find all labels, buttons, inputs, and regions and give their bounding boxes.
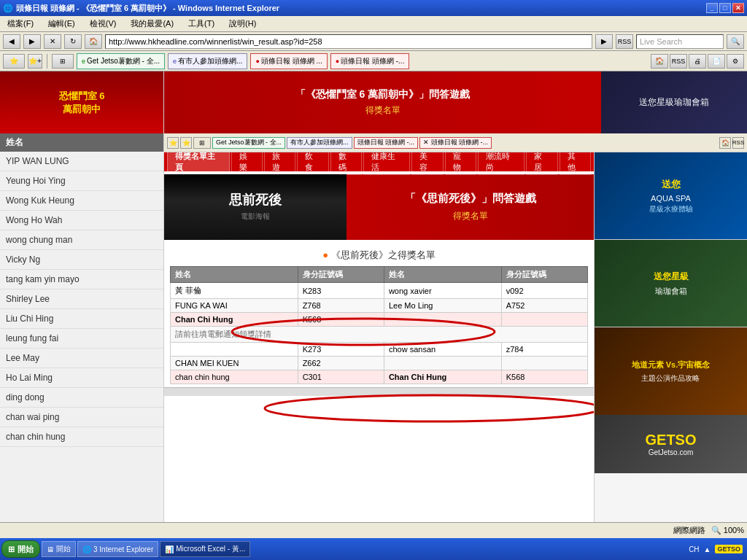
menu-tools[interactable]: 工具(T) (184, 17, 219, 31)
address-input[interactable]: http://www.hkheadline.com/winnerlist/win… (105, 34, 592, 49)
nav-tab-digital[interactable]: 數碼 (330, 152, 362, 175)
search-input[interactable]: Live Search (636, 34, 724, 49)
taskbar-label-1: 3 Internet Explorer (93, 545, 153, 553)
sidebar-item-3[interactable]: Wong Ho Wah (0, 211, 163, 230)
cell-name2: chow sansan (384, 343, 501, 357)
taskbar-right: CH ▲ GETSO (689, 545, 746, 553)
sidebar-item-12[interactable]: ding dong (0, 388, 163, 408)
addressbar: ◀ ▶ ✕ ↻ 🏠 http://www.hkheadline.com/winn… (0, 32, 747, 51)
inner-grid[interactable]: ⊞ (193, 137, 211, 149)
inner-back[interactable]: ⭐ (167, 137, 179, 149)
nav-tab-fashion[interactable]: 潮流時尚 (478, 152, 525, 175)
sidebar-item-10[interactable]: Lee May (0, 349, 163, 368)
cell-name2: Chan Chi Hung (384, 370, 501, 384)
ad-sidebar: 送您 AQUA SPA 星級水療體驗 送您星級 瑜珈會箱 地道元素 Vs.宇宙概… (594, 152, 747, 522)
toolbar-icons[interactable]: ⊞ (52, 54, 74, 69)
taskbar-clock: ▲ (704, 545, 711, 553)
inner-btn2[interactable]: 有市人參加頭條網... (287, 137, 352, 149)
toolbar-right: 🏠 RSS 🖨 📄 ⚙ (651, 54, 744, 69)
sidebar-item-9[interactable]: leung fung fai (0, 329, 163, 349)
cell-id2: z784 (501, 343, 587, 357)
taskbar-item-2[interactable]: 📊 Microsoft Excel - 黃... (160, 541, 250, 557)
sidebar-item-8[interactable]: Liu Chi Hing (0, 309, 163, 329)
toolbar-btn2[interactable]: e有市人參加頭條網... (168, 53, 247, 69)
toolbar-btn4[interactable]: ●頭條日報 頭條網 -... (330, 53, 410, 69)
menu-edit[interactable]: 編輯(E) (44, 17, 80, 31)
toolbar-back[interactable]: ⭐ (3, 54, 25, 69)
toolbar-btn3[interactable]: ●頭條日報 頭條網 ... (250, 53, 327, 69)
home-button[interactable]: 🏠 (85, 34, 102, 49)
nav-tab-home[interactable]: 得獎名單主頁 (167, 152, 230, 175)
sidebar-item-5[interactable]: Vicky Ng (0, 250, 163, 270)
inner-rss[interactable]: RSS (732, 137, 744, 149)
poster-subtitle: 電影海報 (241, 211, 270, 222)
inner-btn4[interactable]: ✕ 頭條日報 頭條網 -... (419, 137, 492, 149)
sidebar-item-14[interactable]: chan chin hung (0, 427, 163, 447)
sidebar-item-7[interactable]: Shirley Lee (0, 289, 163, 309)
inner-add-fav[interactable]: ⭐ (180, 137, 192, 149)
back-button[interactable]: ◀ (3, 34, 20, 49)
sidebar-item-0[interactable]: YIP WAN LUNG (0, 152, 163, 171)
cell-name2 (384, 313, 501, 327)
titlebar: 🌐 頭條日報 頭條網 - 《恐懼鬥室 6 萬罰朝中》 - Windows Int… (0, 0, 747, 16)
cell-name1: FUNG KA WAI (171, 299, 298, 313)
cell-id2: v092 (501, 283, 587, 299)
nav-tab-other[interactable]: 其他 (560, 152, 591, 175)
inner-toolbar: ⭐ ⭐ ⊞ Get Jetso薯數網 - 全... 有市人參加頭條網... 頭條… (164, 133, 747, 152)
rss-button[interactable]: RSS (616, 34, 633, 49)
toolbar-tools[interactable]: ⚙ (727, 54, 744, 69)
search-button[interactable]: 🔍 (727, 34, 744, 49)
minimize-button[interactable]: _ (706, 3, 718, 13)
sidebar-item-4[interactable]: wong chung man (0, 230, 163, 250)
sidebar-item-1[interactable]: Yeung Hoi Ying (0, 171, 163, 191)
browser-toolbar: ⭐ ⭐+ ⊞ eGet Jetso薯數網 - 全... e有市人參加頭條網...… (0, 51, 747, 71)
nav-tab-home2[interactable]: 家居 (526, 152, 557, 175)
toolbar-page[interactable]: 📄 (708, 54, 725, 69)
menu-file[interactable]: 檔案(F) (3, 17, 38, 31)
col-header-id2: 身分証號碼 (501, 267, 587, 283)
taskbar-label-0: 開始 (56, 544, 71, 554)
sidebar-item-6[interactable]: tang kam yin mayo (0, 270, 163, 289)
nav-tabs: 得獎名單主頁 娛樂 旅遊 飲食 數碼 健康生活 美容 寵物 潮流時尚 家居 其他 (164, 152, 594, 171)
game-subtitle: 得獎名單 (354, 210, 587, 222)
nav-tab-travel[interactable]: 旅遊 (264, 152, 295, 175)
statusbar: 網際網路 🔍 100% (0, 522, 747, 538)
cell-id2 (501, 357, 587, 370)
inner-btn3[interactable]: 頭條日報 頭條網 -... (354, 137, 419, 149)
inner-home[interactable]: 🏠 (719, 137, 731, 149)
nav-tab-beauty[interactable]: 美容 (411, 152, 443, 175)
refresh-button[interactable]: ↻ (64, 34, 82, 49)
menu-favorites[interactable]: 我的最愛(A) (126, 17, 178, 31)
toolbar-home[interactable]: 🏠 (651, 54, 668, 69)
close-button[interactable]: ✕ (732, 3, 744, 13)
winners-title-text: 《思前死後》之得獎名單 (331, 249, 436, 260)
sidebar-item-13[interactable]: chan wai ping (0, 408, 163, 427)
toolbar-jetso[interactable]: eGet Jetso薯數網 - 全... (77, 53, 165, 69)
taskbar-item-0[interactable]: 🖥 開始 (42, 541, 76, 557)
sidebar-item-11[interactable]: Ho Lai Ming (0, 368, 163, 388)
search-placeholder: Live Search (640, 37, 682, 46)
inner-btn-jetso[interactable]: Get Jetso薯數網 - 全... (212, 137, 285, 149)
toolbar-add-fav[interactable]: ⭐+ (28, 54, 42, 69)
toolbar-print[interactable]: 🖨 (689, 54, 706, 69)
titlebar-left: 🌐 頭條日報 頭條網 - 《恐懼鬥室 6 萬罰朝中》 - Windows Int… (3, 3, 279, 14)
banner-top-subtitle: 得獎名單 (170, 104, 595, 117)
nav-tab-health[interactable]: 健康生活 (363, 152, 411, 175)
cell-name1: Chan Chi Hung (171, 313, 298, 327)
content-area: 「《恐懼鬥室 6 萬罰朝中》」問答遊戲 得獎名單 送您星級瑜珈會箱 ⭐ ⭐ ⊞ … (164, 71, 747, 522)
start-button[interactable]: ⊞ 開始 (1, 540, 40, 558)
go-button[interactable]: ▶ (595, 34, 613, 49)
sidebar-item-2[interactable]: Wong Kuk Heung (0, 191, 163, 211)
menu-view[interactable]: 檢視(V) (85, 17, 121, 31)
nav-tab-food[interactable]: 飲食 (297, 152, 328, 175)
maximize-button[interactable]: □ (719, 3, 731, 13)
taskbar-item-1[interactable]: 🌐 3 Internet Explorer (77, 541, 158, 557)
stop-button[interactable]: ✕ (44, 34, 61, 49)
nav-tab-entertainment[interactable]: 娛樂 (231, 152, 263, 175)
menu-help[interactable]: 說明(H) (225, 17, 260, 31)
cell-name2: Lee Mo Ling (384, 299, 501, 313)
forward-button[interactable]: ▶ (23, 34, 41, 49)
nav-tab-pets[interactable]: 寵物 (445, 152, 476, 175)
toolbar-rss[interactable]: RSS (670, 54, 687, 69)
h-scrollbar[interactable] (164, 387, 594, 396)
